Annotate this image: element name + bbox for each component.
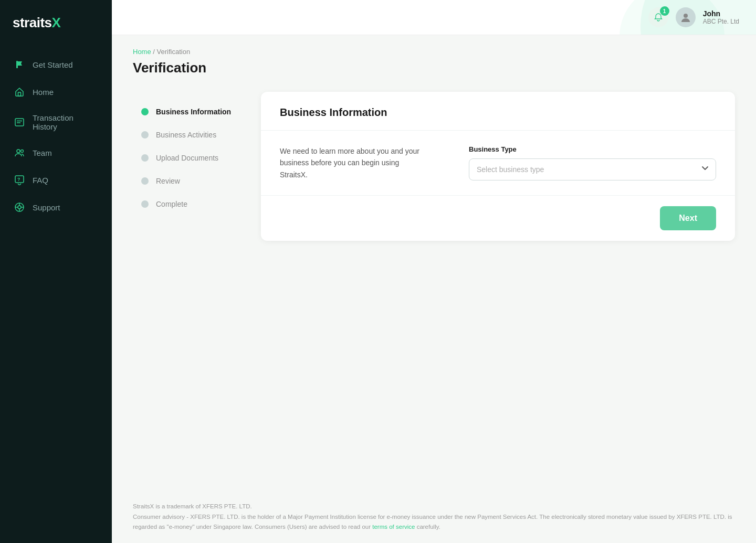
notification-badge: 1 xyxy=(660,6,669,16)
step-label-business-information: Business Information xyxy=(156,108,231,116)
step-upload-documents[interactable]: Upload Documents xyxy=(133,146,248,169)
support-icon xyxy=(14,201,25,213)
sidebar-item-team[interactable]: Team xyxy=(6,140,106,165)
step-dot-complete xyxy=(141,200,149,208)
form-fields: Business Type Select business type Sole … xyxy=(469,145,716,180)
sidebar-label-home: Home xyxy=(33,88,54,97)
logo: straitsX xyxy=(0,0,112,52)
sidebar: straitsX Get Started Home xyxy=(0,0,112,543)
svg-point-15 xyxy=(684,14,688,18)
business-type-select-wrapper: Select business type Sole Proprietorship… xyxy=(469,158,716,180)
sidebar-label-get-started: Get Started xyxy=(33,60,73,69)
step-dot-upload-documents xyxy=(141,154,149,162)
sidebar-item-faq[interactable]: ? FAQ xyxy=(6,167,106,193)
step-dot-business-information xyxy=(141,108,149,115)
footer-line2: Consumer advisory - XFERS PTE. LTD. is t… xyxy=(133,512,735,533)
step-label-upload-documents: Upload Documents xyxy=(156,154,218,162)
sidebar-item-support[interactable]: Support xyxy=(6,195,106,220)
sidebar-label-transaction-history: Transaction History xyxy=(33,113,98,131)
sidebar-item-get-started[interactable]: Get Started xyxy=(6,52,106,77)
form-card: Business Information We need to learn mo… xyxy=(261,92,735,241)
svg-point-6 xyxy=(21,150,24,153)
team-icon xyxy=(14,147,25,158)
step-dot-business-activities xyxy=(141,131,149,139)
form-card-header: Business Information xyxy=(261,92,735,131)
avatar xyxy=(676,7,696,27)
step-label-complete: Complete xyxy=(156,200,187,208)
sidebar-label-support: Support xyxy=(33,203,60,212)
sidebar-item-transaction-history[interactable]: Transaction History xyxy=(6,107,106,138)
flag-icon xyxy=(14,59,25,70)
svg-rect-0 xyxy=(16,61,18,68)
nav-menu: Get Started Home Transaction History xyxy=(0,52,112,220)
brand-name: straitsX xyxy=(13,15,60,30)
page-content: Home / Verification Verification Busines… xyxy=(112,35,756,486)
step-label-business-activities: Business Activities xyxy=(156,131,216,139)
step-business-information[interactable]: Business Information xyxy=(133,100,248,123)
sidebar-item-home[interactable]: Home xyxy=(6,79,106,104)
steps-panel: Business Information Business Activities… xyxy=(133,92,248,224)
sidebar-label-team: Team xyxy=(33,148,52,157)
step-label-review: Review xyxy=(156,177,180,185)
footer-line1: StraitsX is a trademark of XFERS PTE. LT… xyxy=(133,502,735,512)
user-info: John ABC Pte. Ltd xyxy=(703,9,739,25)
verification-layout: Business Information Business Activities… xyxy=(133,92,735,241)
main-content: 1 John ABC Pte. Ltd Home / Verification … xyxy=(112,0,756,543)
notification-button[interactable]: 1 xyxy=(648,7,668,27)
footer-tail: carefully. xyxy=(417,524,440,530)
home-icon xyxy=(14,86,25,98)
breadcrumb-separator: / xyxy=(153,48,155,56)
breadcrumb-home-link[interactable]: Home xyxy=(133,48,151,56)
step-business-activities[interactable]: Business Activities xyxy=(133,123,248,146)
business-type-label: Business Type xyxy=(469,145,716,153)
breadcrumb-current: Verification xyxy=(157,48,191,56)
svg-point-5 xyxy=(17,150,20,153)
step-dot-review xyxy=(141,177,149,185)
svg-rect-2 xyxy=(15,119,24,126)
form-card-title: Business Information xyxy=(280,107,716,119)
svg-text:?: ? xyxy=(17,177,20,182)
business-type-select[interactable]: Select business type Sole Proprietorship… xyxy=(469,158,716,180)
sidebar-label-faq: FAQ xyxy=(33,176,48,185)
footer-tos-link[interactable]: terms of service xyxy=(372,524,415,530)
svg-rect-1 xyxy=(18,92,21,96)
user-name: John xyxy=(703,9,739,18)
user-section: 1 John ABC Pte. Ltd xyxy=(648,7,739,27)
footer-advisory: Consumer advisory - XFERS PTE. LTD. is t… xyxy=(133,514,726,520)
header: 1 John ABC Pte. Ltd xyxy=(112,0,756,35)
next-button[interactable]: Next xyxy=(660,206,716,230)
footer: StraitsX is a trademark of XFERS PTE. LT… xyxy=(112,486,756,543)
breadcrumb: Home / Verification xyxy=(133,48,735,56)
transaction-icon xyxy=(14,116,25,128)
faq-icon: ? xyxy=(14,174,25,186)
user-company: ABC Pte. Ltd xyxy=(703,18,739,25)
svg-point-10 xyxy=(18,206,21,209)
form-description: We need to learn more about you and your… xyxy=(280,145,427,180)
step-complete[interactable]: Complete xyxy=(133,193,248,216)
form-card-body: We need to learn more about you and your… xyxy=(261,131,735,195)
form-card-footer: Next xyxy=(261,195,735,241)
page-title: Verification xyxy=(133,60,735,76)
step-review[interactable]: Review xyxy=(133,169,248,193)
